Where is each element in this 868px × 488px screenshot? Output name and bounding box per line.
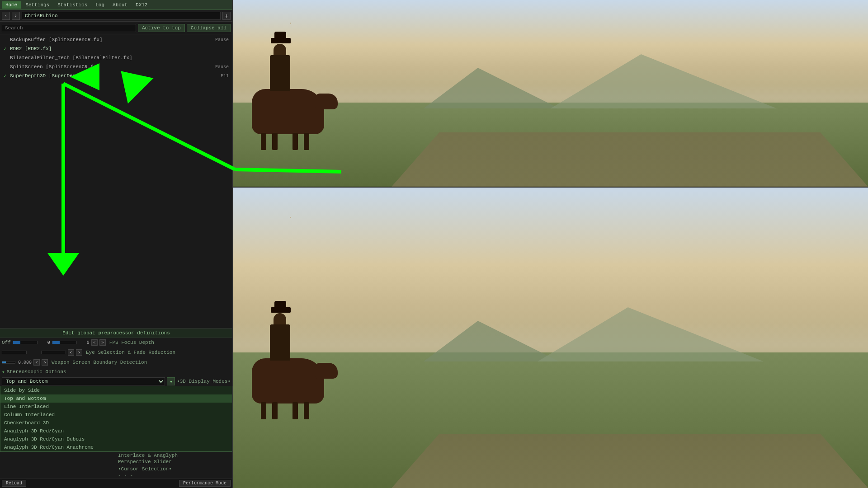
path-top (392, 132, 868, 187)
horse-leg2 (272, 133, 278, 150)
dotted-line: - - - (118, 473, 231, 478)
option-checkerboard[interactable]: Checkerboard 3D (0, 419, 232, 427)
effect-name-rdr2: RDR2 [RDR2.fx] (10, 46, 229, 52)
profile-bar: ‹ › ChrisRubino + (0, 10, 232, 22)
small-more-btn[interactable]: > (42, 359, 48, 366)
effect-name-backupbuffer: BackupBuffer [SplitScreenCR.fx] (10, 37, 215, 42)
path-bottom (392, 434, 868, 488)
slider-more-btn[interactable]: > (99, 339, 106, 346)
check-rdr2: ✓ (4, 46, 10, 52)
horse-leg1 (261, 133, 266, 150)
display-modes-label: •3D Display Modes• (177, 379, 231, 384)
option-anaglyph-dubois[interactable]: Anaglyph 3D Red/Cyan Dubois (0, 435, 232, 443)
menu-statistics[interactable]: Statistics (54, 1, 91, 9)
reload-button[interactable]: Reload (2, 480, 26, 487)
effect-list: BackupBuffer [SplitScreenCR.fx] Pause ✓ … (0, 34, 232, 328)
menu-dx12[interactable]: DX12 (132, 1, 151, 9)
effect-key-superdepth3d: F11 (221, 74, 229, 79)
stereoscopic-options-header[interactable]: ▾ Stereoscopic Options (0, 367, 232, 376)
slider2-val: 0 (79, 340, 90, 345)
horse-leg3 (292, 133, 298, 150)
fps-focus-label: FPS Focus Depth (109, 340, 154, 345)
nav-left-button[interactable]: ‹ (2, 12, 10, 20)
option-top-and-bottom[interactable]: Top and Bottom (0, 394, 232, 403)
effect-backupbuffer[interactable]: BackupBuffer [SplitScreenCR.fx] Pause (0, 35, 232, 44)
perspective-label: Perspective Slider (118, 459, 231, 465)
search-input[interactable] (2, 24, 136, 32)
effect-bilateralfilter[interactable]: BilateralFilter_Tech [BilateralFilter.fx… (0, 53, 232, 62)
option-line-interlaced[interactable]: Line Interlaced (0, 403, 232, 411)
slider2-track[interactable] (52, 341, 77, 344)
slider-less-btn[interactable]: < (91, 339, 98, 346)
mountain-bottom-mid (538, 307, 764, 361)
horse-leg4-b (304, 402, 309, 419)
game-view-bottom (233, 187, 868, 488)
menu-about[interactable]: About (109, 1, 131, 9)
option-column-interlaced[interactable]: Column Interlaced (0, 411, 232, 419)
left-panel: Home Settings Statistics Log About DX12 … (0, 0, 233, 488)
menu-log[interactable]: Log (92, 1, 108, 9)
search-bar: Active to top Collapse all (0, 22, 232, 34)
weapon-screen-label: Weapon Screen Boundary Detection (52, 360, 147, 365)
rider (270, 55, 290, 91)
bottom-panel: Edit global preprocessor definitions Off… (0, 328, 232, 488)
collapse-all-button[interactable]: Collapse all (187, 24, 231, 32)
mountain-left (424, 68, 559, 108)
display-mode-row: Side by Side Top and Bottom Line Interla… (0, 376, 232, 386)
right-params-area: Interlace & Anaglyph Perspective Slider … (0, 453, 232, 478)
eye-slider2-track[interactable] (41, 351, 66, 354)
menu-bar: Home Settings Statistics Log About DX12 (0, 0, 232, 10)
right-params: Interlace & Anaglyph Perspective Slider … (118, 453, 231, 478)
left-params (2, 453, 114, 478)
horse-container-bottom (252, 358, 324, 404)
horse-head (315, 94, 338, 109)
effect-name-superdepth3d: SuperDepth3D [SuperDepth3D.fx] (10, 73, 221, 79)
small-slider-val: 0.000 (18, 360, 32, 365)
mountain-mid (551, 54, 777, 108)
horse-leg2-b (272, 402, 278, 419)
rider-head (274, 44, 286, 55)
effect-rdr2[interactable]: ✓ RDR2 [RDR2.fx] (0, 44, 232, 53)
menu-home[interactable]: Home (2, 1, 21, 9)
bottom-bar: Reload Performance Mode (0, 478, 232, 488)
profile-add-button[interactable]: + (222, 12, 231, 20)
rider-head-b (274, 313, 286, 324)
option-anaglyph-red-cyan[interactable]: Anaglyph 3D Red/Cyan (0, 427, 232, 435)
game-view (233, 0, 868, 488)
effect-superdepth3d[interactable]: ✓ SuperDepth3D [SuperDepth3D.fx] F11 (0, 71, 232, 80)
interlace-label: Interlace & Anaglyph (118, 453, 231, 458)
section-arrow-icon: ▾ (2, 369, 5, 375)
option-anaglyph-anachrome[interactable]: Anaglyph 3D Red/Cyan Anachrome (0, 443, 232, 451)
eye-slider-track[interactable] (2, 351, 27, 354)
option-side-by-side[interactable]: Side by Side (0, 386, 232, 394)
nav-right-button[interactable]: › (12, 12, 20, 20)
dropdown-arrow-btn[interactable]: ▾ (167, 377, 175, 385)
slider1-track[interactable] (13, 341, 38, 344)
edit-bar[interactable]: Edit global preprocessor definitions (0, 328, 232, 338)
slider1-val: 0 (39, 340, 50, 345)
game-view-top (233, 0, 868, 187)
horse-leg3-b (292, 402, 298, 419)
horse-leg4 (304, 133, 309, 150)
effect-key-splitscreen: Pause (215, 65, 229, 70)
small-slider[interactable] (2, 361, 15, 364)
display-mode-select[interactable]: Side by Side Top and Bottom Line Interla… (2, 377, 165, 385)
check-superdepth3d: ✓ (4, 73, 10, 79)
eye-less-btn[interactable]: < (68, 349, 74, 356)
effect-splitscreen[interactable]: SplitScreen [SplitScreenCR.fx] Pause (0, 62, 232, 71)
small-less-btn[interactable]: < (33, 359, 40, 366)
horse (252, 89, 324, 134)
horse-head-bottom (315, 363, 338, 379)
profile-name-input[interactable]: ChrisRubino (22, 12, 221, 20)
game-divider (233, 187, 868, 188)
stereoscopic-options-label: Stereoscopic Options (7, 369, 66, 375)
rider-hat-top-b (274, 301, 286, 309)
performance-mode-button[interactable]: Performance Mode (179, 480, 231, 487)
fps-focus-depth-row: Off 0 0 < > FPS Focus Depth (0, 338, 232, 347)
eye-selection-row: < > Eye Selection & Fade Reduction (0, 347, 232, 357)
active-to-top-button[interactable]: Active to top (138, 24, 185, 32)
eye-selection-label: Eye Selection & Fade Reduction (86, 350, 175, 355)
menu-settings[interactable]: Settings (22, 1, 53, 9)
effect-name-splitscreen: SplitScreen [SplitScreenCR.fx] (10, 64, 215, 70)
eye-more-btn[interactable]: > (76, 349, 82, 356)
